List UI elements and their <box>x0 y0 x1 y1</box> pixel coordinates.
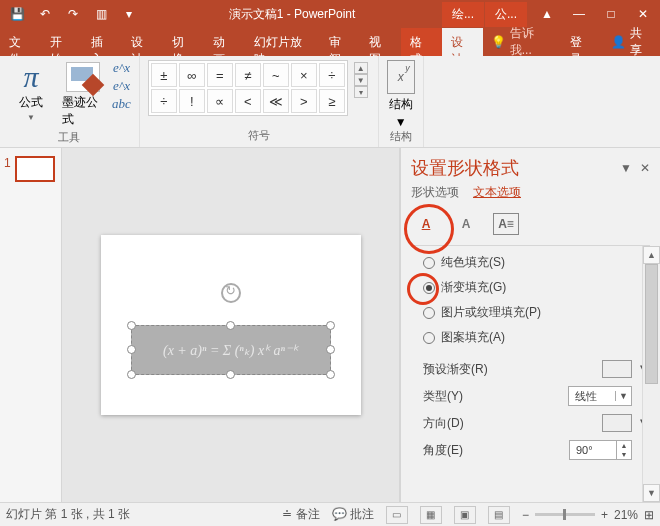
slide[interactable]: (x + a)ⁿ = Σ (ⁿₖ) xᵏ aⁿ⁻ᵏ <box>101 235 361 415</box>
pi-icon: π <box>23 62 38 92</box>
gradient-type-combo[interactable]: 线性▼ <box>568 386 632 406</box>
resize-handle[interactable] <box>326 370 335 379</box>
symbol-cell[interactable]: ÷ <box>151 89 177 113</box>
slideshow-view-icon[interactable]: ▤ <box>488 506 510 524</box>
text-effects-icon[interactable]: A <box>451 211 481 237</box>
spin-up-icon[interactable]: ▲ <box>617 441 631 450</box>
minimize-icon[interactable]: — <box>566 7 592 21</box>
redo-icon[interactable]: ↷ <box>60 2 86 26</box>
ink-equation-button[interactable]: 墨迹公式 <box>60 60 106 130</box>
share-button[interactable]: 👤共享 <box>603 28 660 56</box>
gradient-angle-spinner[interactable]: 90°▲▼ <box>569 440 632 460</box>
slide-thumbnail[interactable]: 1 <box>4 156 57 182</box>
tab-format[interactable]: 格式 <box>401 28 442 56</box>
tab-home[interactable]: 开始 <box>41 28 82 56</box>
contextual-tab-drawing[interactable]: 绘... <box>442 2 485 27</box>
maximize-icon[interactable]: □ <box>598 7 624 21</box>
text-fill-outline-icon[interactable]: A <box>411 211 441 237</box>
equation-shape[interactable]: (x + a)ⁿ = Σ (ⁿₖ) xᵏ aⁿ⁻ᵏ <box>131 325 331 375</box>
tab-view[interactable]: 视图 <box>360 28 401 56</box>
resize-handle[interactable] <box>127 370 136 379</box>
symbol-cell[interactable]: ≪ <box>263 89 289 113</box>
symbol-gallery[interactable]: ± ∞ = ≠ ~ × ÷ ÷ ! ∝ < ≪ > ≥ <box>148 60 348 116</box>
save-icon[interactable]: 💾 <box>4 2 30 26</box>
tab-slideshow[interactable]: 幻灯片放映 <box>245 28 320 56</box>
professional-format-button[interactable]: e^x <box>113 60 130 76</box>
gradient-direction-picker[interactable] <box>602 414 632 432</box>
undo-icon[interactable]: ↶ <box>32 2 58 26</box>
resize-handle[interactable] <box>326 345 335 354</box>
tab-animations[interactable]: 动画 <box>204 28 245 56</box>
contextual-tab-equation[interactable]: 公... <box>485 2 528 27</box>
ribbon-options-icon[interactable]: ▲ <box>534 7 560 21</box>
normal-text-button[interactable]: abc <box>112 96 131 112</box>
prop-gradient-direction: 方向(D) <box>423 410 648 436</box>
qat-more-icon[interactable]: ▾ <box>116 2 142 26</box>
comments-button[interactable]: 💬 批注 <box>332 506 374 523</box>
zoom-out-button[interactable]: − <box>522 508 529 522</box>
gallery-scroll-down[interactable]: ▼ <box>354 74 368 86</box>
resize-handle[interactable] <box>127 345 136 354</box>
panel-tab-shape-options[interactable]: 形状选项 <box>411 184 459 201</box>
panel-menu-icon[interactable]: ▼ <box>620 161 632 175</box>
symbol-cell[interactable]: ~ <box>263 63 289 87</box>
resize-handle[interactable] <box>127 321 136 330</box>
radio-solid-fill[interactable]: 纯色填充(S) <box>423 254 648 271</box>
slide-canvas[interactable]: (x + a)ⁿ = Σ (ⁿₖ) xᵏ aⁿ⁻ᵏ <box>62 148 400 502</box>
symbol-cell[interactable]: ! <box>179 89 205 113</box>
gallery-more-button[interactable]: ▾ <box>354 86 368 98</box>
panel-scrollbar[interactable]: ▲ ▼ <box>642 246 660 502</box>
scroll-down-icon[interactable]: ▼ <box>643 484 660 502</box>
resize-handle[interactable] <box>226 321 235 330</box>
zoom-slider[interactable] <box>535 513 595 516</box>
notes-button[interactable]: ≐ 备注 <box>282 506 319 523</box>
resize-handle[interactable] <box>226 370 235 379</box>
symbol-cell[interactable]: × <box>291 63 317 87</box>
tab-design[interactable]: 设计 <box>122 28 163 56</box>
radio-picture-fill[interactable]: 图片或纹理填充(P) <box>423 304 648 321</box>
scroll-thumb[interactable] <box>645 264 658 384</box>
radio-gradient-fill[interactable]: 渐变填充(G) <box>423 279 648 296</box>
symbol-cell[interactable]: ÷ <box>319 63 345 87</box>
symbol-cell[interactable]: ∞ <box>179 63 205 87</box>
normal-view-icon[interactable]: ▭ <box>386 506 408 524</box>
zoom-level[interactable]: 21% <box>614 508 638 522</box>
textbox-icon[interactable]: A≡ <box>491 211 521 237</box>
chevron-down-icon[interactable]: ▼ <box>615 391 631 401</box>
panel-close-icon[interactable]: ✕ <box>640 161 650 175</box>
preset-gradient-picker[interactable] <box>602 360 632 378</box>
fit-to-window-icon[interactable]: ⊞ <box>644 508 654 522</box>
share-icon: 👤 <box>611 35 626 49</box>
symbol-cell[interactable]: = <box>207 63 233 87</box>
sorter-view-icon[interactable]: ▦ <box>420 506 442 524</box>
gallery-scroll-up[interactable]: ▲ <box>354 62 368 74</box>
scroll-up-icon[interactable]: ▲ <box>643 246 660 264</box>
ribbon-tabs: 文件 开始 插入 设计 切换 动画 幻灯片放映 审阅 视图 格式 设计 💡告诉我… <box>0 28 660 56</box>
panel-tab-text-options[interactable]: 文本选项 <box>473 184 521 201</box>
symbol-cell[interactable]: ≠ <box>235 63 261 87</box>
symbol-cell[interactable]: ± <box>151 63 177 87</box>
resize-handle[interactable] <box>326 321 335 330</box>
start-from-beginning-icon[interactable]: ▥ <box>88 2 114 26</box>
zoom-in-button[interactable]: + <box>601 508 608 522</box>
tab-file[interactable]: 文件 <box>0 28 41 56</box>
rotation-handle-icon[interactable] <box>221 283 241 303</box>
tell-me-search[interactable]: 💡告诉我... <box>483 28 561 56</box>
tab-equation-design[interactable]: 设计 <box>442 28 483 56</box>
reading-view-icon[interactable]: ▣ <box>454 506 476 524</box>
equation-button[interactable]: π 公式 ▼ <box>8 60 54 124</box>
spin-down-icon[interactable]: ▼ <box>617 450 631 459</box>
symbol-cell[interactable]: > <box>291 89 317 113</box>
symbol-cell[interactable]: ∝ <box>207 89 233 113</box>
tab-review[interactable]: 审阅 <box>320 28 361 56</box>
close-icon[interactable]: ✕ <box>630 7 656 21</box>
symbol-cell[interactable]: ≥ <box>319 89 345 113</box>
linear-format-button[interactable]: e^x <box>113 78 130 94</box>
symbol-cell[interactable]: < <box>235 89 261 113</box>
panel-title: 设置形状格式 <box>411 156 519 180</box>
radio-pattern-fill[interactable]: 图案填充(A) <box>423 329 648 346</box>
structures-button[interactable]: x 结构 ▼ <box>387 60 415 129</box>
tab-transitions[interactable]: 切换 <box>163 28 204 56</box>
sign-in-button[interactable]: 登录 <box>560 28 603 56</box>
tab-insert[interactable]: 插入 <box>82 28 123 56</box>
